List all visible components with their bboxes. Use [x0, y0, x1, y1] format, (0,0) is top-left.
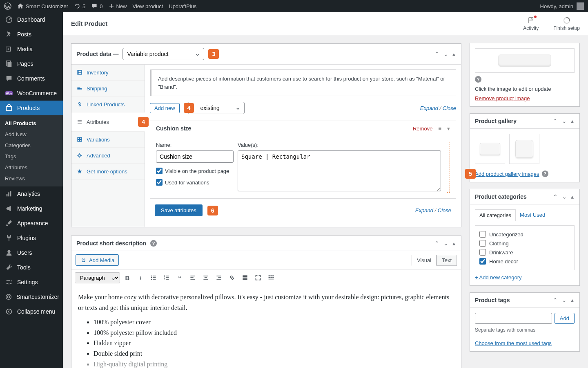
tags-input[interactable] — [475, 313, 552, 324]
category-item[interactable]: Drinkware — [479, 248, 570, 257]
sidebar-item-posts[interactable]: Posts — [0, 27, 63, 42]
add-tag-button[interactable]: Add — [555, 313, 575, 324]
panel-toggle-icon[interactable]: ▴ — [452, 239, 456, 247]
italic-button[interactable]: I — [135, 272, 146, 283]
finish-setup-button[interactable]: Finish setup — [553, 16, 580, 31]
view-product-link[interactable]: View product — [133, 3, 163, 9]
sidebar-sub-add-new[interactable]: Add New — [0, 129, 63, 140]
tab-inventory[interactable]: Inventory — [71, 65, 145, 81]
format-select[interactable]: Paragraph — [75, 272, 120, 283]
tab-all-categories[interactable]: All categories — [475, 209, 516, 221]
bold-button[interactable]: B — [122, 272, 133, 283]
category-item[interactable]: Home decor — [479, 257, 570, 266]
sidebar-sub-attributes[interactable]: Attributes — [0, 162, 63, 173]
align-center-button[interactable] — [200, 272, 212, 283]
tab-variations[interactable]: Variations — [71, 132, 145, 148]
existing-attribute-select[interactable]: existing — [187, 102, 245, 114]
tab-most-used[interactable]: Most Used — [516, 209, 549, 221]
sidebar-sub-tags[interactable]: Tags — [0, 151, 63, 162]
panel-down-icon[interactable]: ⌄ — [561, 117, 568, 125]
new-link[interactable]: New — [109, 3, 127, 9]
align-right-button[interactable] — [213, 272, 225, 283]
sidebar-item-media[interactable]: Media — [0, 42, 63, 56]
panel-down-icon[interactable]: ⌄ — [443, 239, 449, 247]
help-icon[interactable]: ? — [475, 76, 481, 83]
sidebar-sub-reviews[interactable]: Reviews — [0, 173, 63, 184]
panel-down-icon[interactable]: ⌄ — [561, 193, 568, 201]
avatar-icon[interactable] — [577, 2, 584, 10]
category-item[interactable]: Uncategorized — [479, 230, 570, 239]
link-button[interactable] — [226, 272, 238, 283]
product-type-select[interactable]: Variable product — [122, 48, 204, 60]
add-category-link[interactable]: + Add new category — [475, 274, 522, 280]
remove-image-link[interactable]: Remove product image — [475, 95, 530, 101]
category-item[interactable]: Clothing — [479, 239, 570, 248]
variations-checkbox[interactable] — [156, 179, 163, 186]
panel-toggle-icon[interactable]: ▴ — [570, 296, 575, 304]
comments-link[interactable]: 0 — [91, 3, 102, 9]
category-checkbox[interactable] — [479, 258, 486, 265]
sidebar-sub-all-products[interactable]: All Products — [0, 118, 63, 129]
sidebar-item-comments[interactable]: Comments — [0, 71, 63, 86]
gallery-thumb[interactable] — [475, 134, 505, 164]
gallery-thumb[interactable] — [509, 134, 539, 164]
sidebar-item-appearance[interactable]: Appearance — [0, 216, 63, 231]
panel-toggle-icon[interactable]: ▴ — [570, 117, 575, 125]
fullscreen-button[interactable] — [252, 272, 264, 283]
tab-linked-products[interactable]: Linked Products — [71, 96, 145, 112]
panel-toggle-icon[interactable]: ▴ — [452, 50, 456, 58]
category-checkbox[interactable] — [479, 240, 486, 247]
category-checkbox[interactable] — [479, 231, 486, 238]
align-left-button[interactable] — [187, 272, 198, 283]
site-home-link[interactable]: Smart Customizer — [17, 3, 68, 9]
sidebar-item-analytics[interactable]: Analytics — [0, 186, 63, 201]
editor-tab-visual[interactable]: Visual — [412, 255, 437, 266]
visible-checkbox[interactable] — [156, 168, 163, 174]
number-list-button[interactable]: 123 — [161, 272, 172, 283]
refresh-link[interactable]: 5 — [74, 3, 85, 9]
sidebar-item-tools[interactable]: Tools — [0, 260, 63, 275]
howdy-text[interactable]: Howdy, admin — [540, 3, 573, 9]
category-checkbox[interactable] — [479, 249, 486, 256]
panel-up-icon[interactable]: ⌃ — [552, 193, 559, 201]
collapse-attribute-icon[interactable]: ▾ — [447, 126, 450, 132]
tab-advanced[interactable]: Advanced — [71, 148, 145, 164]
help-icon[interactable]: ? — [150, 240, 157, 247]
tab-get-more-options[interactable]: Get more options — [71, 164, 145, 180]
save-attributes-button[interactable]: Save attributes — [155, 204, 203, 216]
attribute-name-input[interactable] — [156, 150, 234, 163]
add-media-button[interactable]: Add Media — [76, 254, 119, 266]
help-icon[interactable]: ? — [542, 171, 548, 177]
panel-toggle-icon[interactable]: ▴ — [570, 193, 575, 201]
sidebar-item-woocommerce[interactable]: Woo WooCommerce — [0, 86, 63, 101]
choose-used-tags-link[interactable]: Choose from the most used tags — [475, 340, 552, 346]
visible-checkbox-row[interactable]: Visible on the product page — [156, 168, 234, 174]
editor-content[interactable]: Make your home cozy with decorative pers… — [71, 286, 461, 368]
sidebar-item-settings[interactable]: Settings — [0, 275, 63, 289]
add-new-attribute-button[interactable]: Add new — [150, 103, 180, 113]
readmore-button[interactable] — [239, 272, 251, 283]
sidebar-item-marketing[interactable]: Marketing — [0, 201, 63, 216]
attribute-values-textarea[interactable] — [238, 150, 441, 191]
panel-up-icon[interactable]: ⌃ — [434, 50, 440, 58]
panel-up-icon[interactable]: ⌃ — [552, 117, 559, 125]
sidebar-item-products[interactable]: Products — [0, 101, 63, 115]
tab-shipping[interactable]: Shipping — [71, 81, 145, 96]
sidebar-item-dashboard[interactable]: Dashboard — [0, 12, 63, 27]
sidebar-item-plugins[interactable]: Plugins — [0, 231, 63, 245]
editor-tab-text[interactable]: Text — [437, 255, 457, 266]
sidebar-item-pages[interactable]: Pages — [0, 56, 63, 71]
panel-up-icon[interactable]: ⌃ — [552, 296, 559, 304]
reorder-icon[interactable]: ≡ — [438, 126, 441, 132]
expand-close-toggle[interactable]: Expand / Close — [420, 105, 456, 111]
wp-logo-icon[interactable] — [4, 2, 11, 10]
panel-down-icon[interactable]: ⌄ — [561, 296, 568, 304]
remove-attribute-link[interactable]: Remove — [413, 126, 432, 132]
panel-up-icon[interactable]: ⌃ — [434, 239, 440, 247]
sidebar-collapse[interactable]: Collapse menu — [0, 304, 63, 319]
add-gallery-images-link[interactable]: Add product gallery images — [475, 171, 539, 177]
tab-attributes[interactable]: Attributes 4 — [71, 112, 145, 132]
activity-button[interactable]: Activity — [523, 16, 539, 31]
sidebar-item-smartcustomizer[interactable]: Smartcustomizer — [0, 289, 63, 304]
bullet-list-button[interactable] — [148, 272, 159, 283]
